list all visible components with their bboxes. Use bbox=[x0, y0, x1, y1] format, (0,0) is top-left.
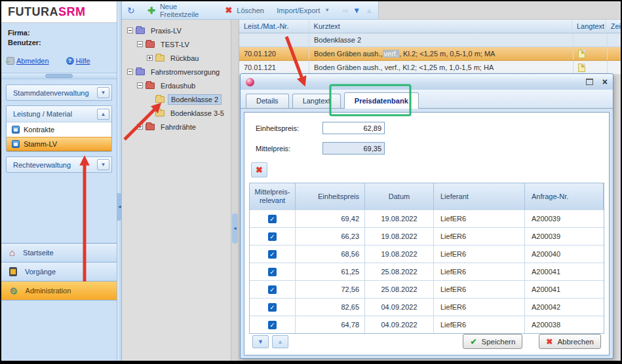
dialog-title-bar[interactable]: × bbox=[241, 74, 613, 90]
cell-datum: 04.09.2022 bbox=[365, 299, 434, 316]
sidebar-item-kontrakte[interactable]: Kontrakte bbox=[7, 122, 111, 137]
table-row[interactable]: 70.01.121Boden Gräben aush., verf., Kl.2… bbox=[239, 61, 621, 75]
column-header-langtext[interactable]: Langtext bbox=[572, 20, 606, 33]
nav-item-administration[interactable]: ⚙ Administration bbox=[1, 282, 117, 300]
tree-item[interactable]: Fahrstromversorgung bbox=[125, 65, 231, 79]
tree-item[interactable]: TEST-LV bbox=[125, 37, 231, 51]
checkbox-checked[interactable]: ✓ bbox=[268, 250, 277, 259]
checkbox-checked[interactable]: ✓ bbox=[268, 232, 277, 241]
column-header-datum[interactable]: Datum bbox=[365, 183, 434, 209]
nav-item-vorgaenge[interactable]: Vorgänge bbox=[1, 263, 117, 282]
logout-link[interactable]: Abmelden bbox=[7, 57, 49, 65]
folder-icon bbox=[146, 82, 155, 89]
tree-item[interactable]: Bodenklasse 3-5 bbox=[125, 106, 231, 120]
price-grid-row[interactable]: ✓61,2525.08.2022LiefER6A200041 bbox=[250, 263, 604, 280]
expand-icon[interactable] bbox=[147, 55, 153, 61]
sidebar-bottom-nav: ⌂ Startseite Vorgänge ⚙ Administration bbox=[1, 243, 117, 300]
cell-lieferant: LiefER6 bbox=[434, 281, 525, 298]
import-export-menu[interactable]: Import/Export bbox=[277, 7, 320, 14]
splitter-grip[interactable] bbox=[45, 74, 73, 78]
dialog-body: Einheitspreis: Mittelpreis: ✖ Mittelprei… bbox=[244, 112, 610, 355]
tree-item[interactable]: Fahrdrähte bbox=[125, 120, 231, 134]
tab-langtext[interactable]: Langtext bbox=[292, 94, 341, 108]
tree-item-label: Fahrdrähte bbox=[158, 122, 199, 132]
new-freitextzeile-button[interactable]: Neue Freitextzeile bbox=[160, 3, 212, 18]
collapse-icon[interactable] bbox=[127, 27, 133, 33]
preisdatenbank-dialog: × Details Langtext Preisdatenbank Einhei… bbox=[240, 73, 613, 359]
langtext-note-icon[interactable] bbox=[578, 50, 585, 58]
panel-rechteverwaltung[interactable]: Rechteverwaltung ▼ bbox=[6, 156, 112, 173]
save-button[interactable]: ✔ Speichern bbox=[463, 334, 522, 349]
column-header-lieferant[interactable]: Lieferant bbox=[434, 183, 525, 209]
tree-main-splitter[interactable]: ◄ bbox=[231, 20, 239, 361]
collapse-left-icon[interactable]: ◄ bbox=[117, 193, 122, 221]
checkbox-checked[interactable]: ✓ bbox=[268, 215, 277, 223]
move-down-button[interactable]: ▼ bbox=[252, 335, 269, 348]
cell-datum: 19.08.2022 bbox=[365, 228, 434, 245]
cancel-button[interactable]: ✖ Abbrechen bbox=[539, 334, 601, 349]
move-down-icon[interactable]: ▼ bbox=[353, 6, 360, 15]
panel-stammdatenverwaltung[interactable]: Stammdatenverwaltung ▼ bbox=[6, 84, 112, 101]
price-grid-row[interactable]: ✓68,5619.08.2022LiefER6A200040 bbox=[250, 245, 604, 263]
column-header-leist-mat-nr[interactable]: Leist./Mat.-Nr. bbox=[239, 20, 309, 33]
nav-item-startseite[interactable]: ⌂ Startseite bbox=[1, 244, 117, 263]
home-icon: ⌂ bbox=[9, 248, 15, 257]
checkbox-checked[interactable]: ✓ bbox=[268, 285, 277, 294]
table-row[interactable]: Bodenklasse 2 bbox=[239, 33, 621, 47]
cell-kurztext: Boden Gräben aush., verf., Kl.2; <1,25 m… bbox=[309, 47, 573, 60]
close-icon[interactable]: × bbox=[602, 78, 608, 86]
einheitspreis-input[interactable] bbox=[322, 122, 385, 134]
refresh-icon[interactable]: ↻ bbox=[127, 5, 135, 16]
expand-icon[interactable] bbox=[137, 124, 143, 130]
cell-mittelpreis-relevant: ✓ bbox=[250, 281, 296, 298]
collapse-icon[interactable] bbox=[137, 41, 143, 47]
column-header-anfrage-nr[interactable]: Anfrage-Nr. bbox=[525, 183, 604, 209]
collapse-icon[interactable] bbox=[127, 69, 133, 75]
table-row[interactable]: 70.01.120Boden Gräben aush., verf., Kl.2… bbox=[239, 47, 621, 61]
move-up-button[interactable]: ▲ bbox=[272, 335, 288, 348]
checkbox-checked[interactable]: ✓ bbox=[268, 303, 277, 312]
column-header-kurztext[interactable]: Kurztext bbox=[309, 20, 572, 33]
chevron-down-icon[interactable]: ▼ bbox=[97, 159, 109, 170]
price-grid-row[interactable]: ✓82,6504.09.2022LiefER6A200042 bbox=[250, 298, 604, 316]
tab-preisdatenbank[interactable]: Preisdatenbank bbox=[344, 92, 419, 109]
price-grid-row[interactable]: ✓64,7804.09.2022LiefER6A200038 bbox=[250, 316, 604, 333]
cell-einheitspreis: 64,78 bbox=[296, 316, 365, 333]
move-up-icon[interactable]: ▲ bbox=[365, 6, 373, 15]
sidebar-horizontal-splitter[interactable] bbox=[1, 73, 117, 79]
chevron-up-icon[interactable]: ▲ bbox=[97, 109, 109, 120]
tree-item[interactable]: Rückbau bbox=[125, 51, 231, 65]
sidebar-item-stamm-lv[interactable]: Stamm-LV bbox=[7, 137, 111, 151]
column-header-zei[interactable]: Zei bbox=[606, 20, 621, 33]
delete-icon[interactable]: ✖ bbox=[225, 5, 232, 15]
help-link[interactable]: ? Hilfe bbox=[66, 57, 90, 65]
maximize-icon[interactable] bbox=[586, 79, 593, 85]
cancel-button-label: Abbrechen bbox=[557, 338, 594, 346]
chevron-down-icon[interactable]: ▼ bbox=[97, 87, 109, 98]
checkbox-checked[interactable]: ✓ bbox=[268, 321, 277, 329]
price-grid-row[interactable]: ✓66,2319.08.2022LiefER6A200039 bbox=[250, 227, 604, 245]
chevron-down-icon[interactable]: ▼ bbox=[324, 7, 330, 13]
cell-anfrage-nr: A200042 bbox=[525, 299, 604, 316]
delete-button[interactable]: Löschen bbox=[237, 7, 264, 14]
collapse-left-icon[interactable]: ◄ bbox=[232, 213, 238, 244]
tree-item[interactable]: Erdaushub bbox=[125, 79, 231, 92]
sidebar-tree-splitter[interactable]: ◄ bbox=[117, 1, 122, 361]
langtext-note-icon[interactable] bbox=[578, 64, 585, 72]
tab-details[interactable]: Details bbox=[246, 94, 289, 108]
checkbox-checked[interactable]: ✓ bbox=[268, 268, 277, 276]
tree-item[interactable]: Praxis-LV bbox=[125, 24, 231, 37]
column-header-einheitspreis[interactable]: Einheitspreis bbox=[296, 183, 365, 209]
collapse-icon[interactable] bbox=[137, 82, 143, 88]
add-icon[interactable]: ✚ bbox=[147, 5, 155, 16]
tree-item[interactable]: Bodenklasse 2 bbox=[125, 92, 231, 106]
tree-item-label: Fahrstromversorgung bbox=[148, 67, 222, 77]
panel-leistung-material-header[interactable]: Leistung / Material ▲ bbox=[7, 106, 111, 122]
link-icon[interactable]: ∞ bbox=[343, 6, 349, 15]
delete-price-row-button[interactable]: ✖ bbox=[251, 162, 267, 177]
column-header-mittelpreis-relevant[interactable]: Mittelpreis-relevant bbox=[250, 183, 296, 209]
cell-lieferant: LiefER6 bbox=[434, 246, 525, 263]
price-grid-row[interactable]: ✓69,4219.08.2022LiefER6A200039 bbox=[250, 209, 604, 227]
price-grid-row[interactable]: ✓72,5625.08.2022LiefER6A200041 bbox=[250, 280, 604, 298]
cell-anfrage-nr: A200038 bbox=[525, 316, 604, 333]
